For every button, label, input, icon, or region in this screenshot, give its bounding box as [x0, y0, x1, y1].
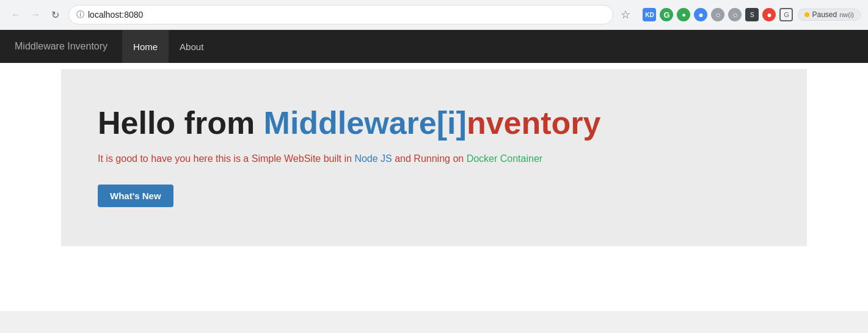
- bookmark-star-icon[interactable]: ☆: [618, 7, 633, 22]
- browser-chrome: ← → ↻ ⓘ localhost:8080 ☆ KD G ● ● ○ ○ S …: [0, 0, 868, 30]
- ext-gray-icon[interactable]: ○: [711, 8, 724, 21]
- whats-new-button[interactable]: What's New: [98, 185, 173, 207]
- ext-blue-icon[interactable]: ●: [694, 8, 707, 21]
- paused-label: Paused: [812, 10, 837, 19]
- nav-item-about[interactable]: About: [169, 30, 214, 63]
- reload-button[interactable]: ↻: [46, 6, 64, 23]
- heading-nventory: nventory: [467, 105, 601, 141]
- heading-bracket-open: [: [437, 105, 447, 141]
- subtitle-nodejs: Node JS: [354, 153, 392, 164]
- ext-green-icon[interactable]: ●: [677, 8, 690, 21]
- hero-heading: Hello from Middleware[i]nventory: [98, 106, 770, 141]
- navbar: Middleware Inventory Home About: [0, 30, 868, 63]
- address-bar[interactable]: ⓘ localhost:8080: [68, 5, 613, 24]
- ext-red-icon[interactable]: ●: [762, 8, 776, 21]
- nav-item-home[interactable]: Home: [122, 30, 169, 63]
- ext-g-icon[interactable]: G: [660, 8, 673, 21]
- url-text: localhost:8080: [88, 10, 605, 20]
- forward-button[interactable]: →: [27, 6, 44, 23]
- ext-dark-icon[interactable]: S: [745, 8, 759, 21]
- paused-extra: nw(i): [839, 11, 854, 18]
- paused-dot-icon: [804, 12, 809, 17]
- subtitle-docker: Docker Container: [467, 153, 543, 164]
- browser-toolbar: ← → ↻ ⓘ localhost:8080 ☆ KD G ● ● ○ ○ S …: [0, 0, 868, 29]
- nav-about-label: About: [180, 42, 203, 52]
- nav-buttons: ← → ↻: [7, 6, 64, 23]
- nav-home-label: Home: [133, 42, 158, 52]
- ext-outline-icon[interactable]: G: [779, 8, 793, 21]
- heading-middleware: Middleware: [264, 105, 437, 141]
- extension-icons: KD G ● ● ○ ○ S ● G: [643, 8, 793, 21]
- page-content: Middleware Inventory Home About Hello fr…: [0, 30, 868, 311]
- heading-bracket-close: ]: [456, 105, 467, 141]
- hero-subtitle: It is good to have you here this is a Si…: [98, 152, 770, 166]
- navbar-brand[interactable]: Middleware Inventory: [0, 41, 122, 52]
- hero-section: Hello from Middleware[i]nventory It is g…: [61, 69, 807, 246]
- back-button[interactable]: ←: [7, 6, 24, 23]
- heading-i: i: [447, 105, 456, 141]
- subtitle-part2: and Running on: [392, 153, 467, 164]
- subtitle-part1: It is good to have you here this is a Si…: [98, 153, 354, 164]
- lock-icon: ⓘ: [76, 9, 84, 20]
- paused-badge[interactable]: Paused nw(i): [798, 9, 861, 21]
- heading-prefix: Hello from: [98, 105, 264, 141]
- ext-kb-icon[interactable]: KD: [643, 8, 656, 21]
- ext-gray2-icon[interactable]: ○: [728, 8, 742, 21]
